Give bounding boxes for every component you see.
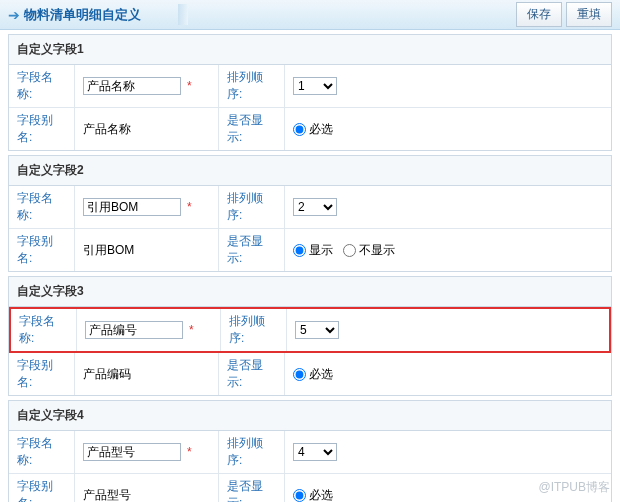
sort-order-label: 排列顺序: xyxy=(219,186,285,228)
display-required-option[interactable]: 必选 xyxy=(293,487,333,503)
display-show-option[interactable]: 显示 xyxy=(293,242,333,259)
required-star-icon: * xyxy=(187,445,192,459)
display-required-radio[interactable] xyxy=(293,123,306,136)
display-show-radio[interactable] xyxy=(293,244,306,257)
field-name-input[interactable] xyxy=(83,443,181,461)
field-alias-label: 字段别名: xyxy=(9,229,75,271)
required-star-icon: * xyxy=(189,323,194,337)
field-section: 自定义字段2字段名称:*排列顺序:2字段别名:引用BOM是否显示:显示不显示 xyxy=(8,155,612,272)
display-label: 是否显示: xyxy=(219,229,285,271)
sort-order-select[interactable]: 2 xyxy=(293,198,337,216)
sort-order-select[interactable]: 5 xyxy=(295,321,339,339)
display-hide-radio[interactable] xyxy=(343,244,356,257)
field-alias-row: 字段别名:产品编码是否显示:必选 xyxy=(9,353,611,395)
field-alias-label: 字段别名: xyxy=(9,353,75,395)
display-show-label: 显示 xyxy=(309,242,333,259)
field-name-label: 字段名称: xyxy=(9,186,75,228)
field-alias-value: 引用BOM xyxy=(75,229,218,271)
field-name-row: 字段名称:*排列顺序:2 xyxy=(9,186,611,229)
sort-order-label: 排列顺序: xyxy=(221,309,287,351)
sort-order-select[interactable]: 1 xyxy=(293,77,337,95)
field-section: 自定义字段4字段名称:*排列顺序:4字段别名:产品型号是否显示:必选 xyxy=(8,400,612,502)
field-name-row: 字段名称:*排列顺序:4 xyxy=(9,431,611,474)
field-alias-row: 字段别名:产品名称是否显示:必选 xyxy=(9,108,611,150)
field-alias-label: 字段别名: xyxy=(9,474,75,502)
field-alias-value: 产品名称 xyxy=(75,108,218,150)
section-header: 自定义字段3 xyxy=(9,277,611,307)
display-required-label: 必选 xyxy=(309,121,333,138)
field-alias-value: 产品型号 xyxy=(75,474,218,502)
required-star-icon: * xyxy=(187,79,192,93)
reset-button[interactable]: 重填 xyxy=(566,2,612,27)
field-section: 自定义字段3字段名称:*排列顺序:5字段别名:产品编码是否显示:必选 xyxy=(8,276,612,396)
save-button[interactable]: 保存 xyxy=(516,2,562,27)
sort-order-label: 排列顺序: xyxy=(219,65,285,107)
field-name-input[interactable] xyxy=(85,321,183,339)
field-name-label: 字段名称: xyxy=(9,431,75,473)
header-divider xyxy=(178,4,188,25)
display-value: 必选 xyxy=(285,108,611,150)
sort-order-label: 排列顺序: xyxy=(219,431,285,473)
display-value: 必选 xyxy=(285,353,611,395)
required-star-icon: * xyxy=(187,200,192,214)
display-required-radio[interactable] xyxy=(293,489,306,502)
display-hide-option[interactable]: 不显示 xyxy=(343,242,395,259)
display-required-label: 必选 xyxy=(309,366,333,383)
field-alias-row: 字段别名:引用BOM是否显示:显示不显示 xyxy=(9,229,611,271)
sort-order-value: 1 xyxy=(285,65,611,107)
sort-order-select[interactable]: 4 xyxy=(293,443,337,461)
field-name-input[interactable] xyxy=(83,198,181,216)
field-alias-row: 字段别名:产品型号是否显示:必选 xyxy=(9,474,611,502)
display-label: 是否显示: xyxy=(219,108,285,150)
sort-order-value: 5 xyxy=(287,309,609,351)
display-required-radio[interactable] xyxy=(293,368,306,381)
arrow-right-icon: ➔ xyxy=(8,7,20,23)
display-hide-label: 不显示 xyxy=(359,242,395,259)
section-header: 自定义字段1 xyxy=(9,35,611,65)
field-name-row: 字段名称:*排列顺序:1 xyxy=(9,65,611,108)
display-label: 是否显示: xyxy=(219,474,285,502)
section-header: 自定义字段2 xyxy=(9,156,611,186)
field-name-input[interactable] xyxy=(83,77,181,95)
display-value: 显示不显示 xyxy=(285,229,611,271)
field-name-value: * xyxy=(75,431,218,473)
watermark: @ITPUB博客 xyxy=(538,479,610,496)
field-name-label: 字段名称: xyxy=(9,65,75,107)
field-alias-value: 产品编码 xyxy=(75,353,218,395)
field-alias-label: 字段别名: xyxy=(9,108,75,150)
field-name-value: * xyxy=(75,186,218,228)
display-required-option[interactable]: 必选 xyxy=(293,366,333,383)
field-name-value: * xyxy=(77,309,220,351)
display-required-label: 必选 xyxy=(309,487,333,503)
header-buttons: 保存 重填 xyxy=(516,2,612,27)
field-section: 自定义字段1字段名称:*排列顺序:1字段别名:产品名称是否显示:必选 xyxy=(8,34,612,151)
page-title: 物料清单明细自定义 xyxy=(24,6,141,24)
section-header: 自定义字段4 xyxy=(9,401,611,431)
sort-order-value: 2 xyxy=(285,186,611,228)
page-header: ➔ 物料清单明细自定义 保存 重填 xyxy=(0,0,620,30)
display-label: 是否显示: xyxy=(219,353,285,395)
field-name-row: 字段名称:*排列顺序:5 xyxy=(9,307,611,353)
display-required-option[interactable]: 必选 xyxy=(293,121,333,138)
field-name-value: * xyxy=(75,65,218,107)
sort-order-value: 4 xyxy=(285,431,611,473)
field-name-label: 字段名称: xyxy=(11,309,77,351)
